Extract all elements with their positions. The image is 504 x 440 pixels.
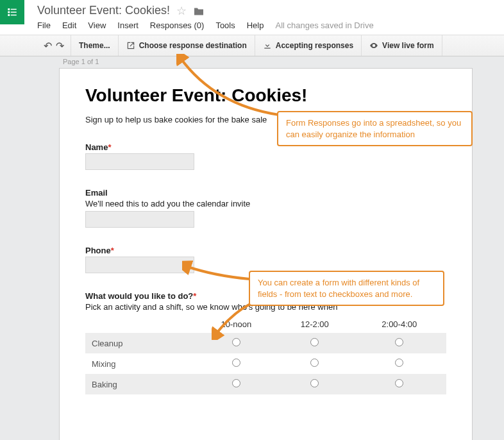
email-label: Email — [85, 188, 108, 198]
radio-option[interactable] — [232, 379, 240, 387]
required-asterisk: * — [108, 142, 111, 152]
star-icon[interactable]: ☆ — [176, 5, 187, 17]
grid-row-label: Cleanup — [85, 333, 196, 353]
annotation-callout: Form Responses go into a spreadsheet, so… — [277, 111, 473, 146]
table-row: Cleanup — [85, 333, 446, 353]
accepting-responses-label: Accepting responses — [276, 41, 353, 50]
save-status: All changes saved in Drive — [275, 21, 373, 30]
activity-grid: 10-noon 12-2:00 2:00-4:00 Cleanup Mixing — [85, 316, 446, 394]
name-label: Name — [85, 142, 108, 152]
choose-destination-label: Choose response destination — [139, 41, 247, 50]
theme-button[interactable]: Theme... — [71, 35, 119, 56]
toolbar: ↶ ↷ Theme... Choose response destination… — [0, 35, 504, 56]
annotation-callout: You can create a form with different kin… — [249, 271, 444, 306]
annotation-arrow — [182, 260, 253, 285]
eye-icon — [369, 41, 378, 50]
phone-input[interactable] — [85, 257, 194, 273]
folder-icon[interactable] — [193, 5, 205, 17]
required-asterisk: * — [111, 246, 114, 255]
menu-edit[interactable]: Edit — [62, 21, 76, 30]
redo-button[interactable]: ↷ — [56, 40, 64, 52]
radio-option[interactable] — [395, 338, 403, 346]
svg-rect-3 — [11, 12, 17, 13]
grid-row-label: Mixing — [85, 353, 196, 374]
annotation-arrow — [212, 301, 256, 340]
activity-label: What would you like to do? — [85, 291, 193, 301]
menu-help[interactable]: Help — [247, 21, 264, 30]
radio-option[interactable] — [310, 379, 319, 387]
activity-field: What would you like to do?* Pick an acti… — [85, 291, 446, 394]
annotation-arrow — [176, 54, 285, 118]
page-indicator: Page 1 of 1 — [63, 58, 99, 65]
view-live-form-label: View live form — [382, 41, 433, 50]
undo-button[interactable]: ↶ — [44, 40, 52, 52]
menu-bar: File Edit View Insert Responses (0) Tool… — [37, 21, 374, 30]
grid-row-label: Baking — [85, 374, 196, 394]
menu-view[interactable]: View — [88, 21, 106, 30]
view-live-form-button[interactable]: View live form — [362, 35, 442, 56]
grid-col-header: 12-2:00 — [277, 316, 353, 333]
svg-rect-4 — [8, 14, 10, 16]
radio-option[interactable] — [310, 338, 319, 346]
menu-insert[interactable]: Insert — [117, 21, 139, 30]
table-row: Baking — [85, 374, 446, 394]
table-row: Mixing — [85, 353, 446, 374]
name-field: Name* — [85, 142, 446, 170]
svg-rect-0 — [8, 8, 10, 10]
app-icon[interactable] — [0, 0, 24, 24]
email-help: We'll need this to add you the calendar … — [85, 199, 446, 208]
grid-col-header: 2:00-4:00 — [353, 316, 446, 333]
choose-destination-button[interactable]: Choose response destination — [119, 35, 255, 56]
phone-label: Phone — [85, 246, 111, 255]
name-input[interactable] — [85, 153, 194, 170]
forms-icon — [6, 6, 18, 18]
svg-rect-1 — [11, 9, 17, 10]
radio-option[interactable] — [395, 379, 403, 387]
accepting-responses-button[interactable]: Accepting responses — [255, 35, 362, 56]
theme-label: Theme... — [79, 41, 110, 50]
email-field: Email We'll need this to add you the cal… — [85, 188, 446, 228]
document-title[interactable]: Volunteer Event: Cookies! — [37, 4, 170, 17]
svg-rect-2 — [8, 12, 10, 13]
phone-field: Phone* — [85, 246, 446, 273]
radio-option[interactable] — [395, 359, 403, 367]
destination-icon — [126, 41, 135, 50]
menu-responses[interactable]: Responses (0) — [150, 21, 205, 30]
menu-file[interactable]: File — [37, 21, 51, 30]
radio-option[interactable] — [232, 359, 240, 367]
svg-rect-5 — [11, 15, 17, 16]
menu-tools[interactable]: Tools — [215, 21, 235, 30]
download-icon — [263, 41, 272, 50]
radio-option[interactable] — [310, 359, 319, 367]
email-input[interactable] — [85, 211, 194, 228]
required-asterisk: * — [193, 291, 196, 301]
